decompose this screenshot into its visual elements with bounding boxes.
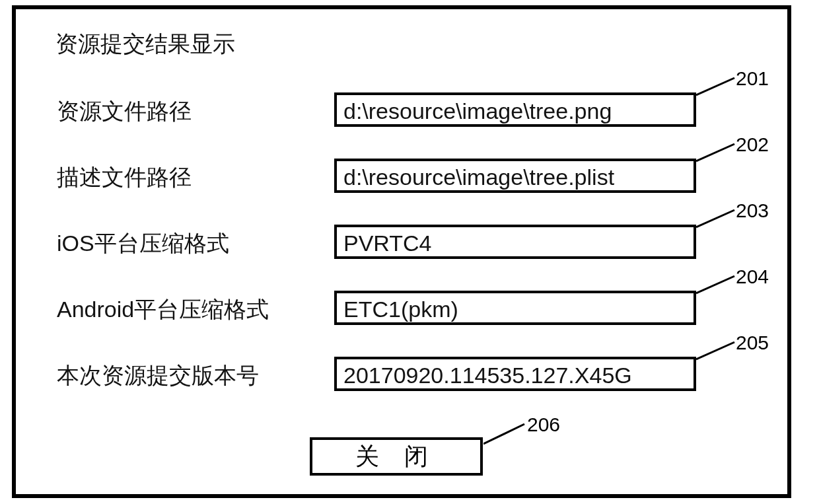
field-android-format: ETC1(pkm) xyxy=(334,291,696,325)
label-version: 本次资源提交版本号 xyxy=(57,361,259,391)
callout-number: 203 xyxy=(736,199,769,222)
svg-line-3 xyxy=(696,276,734,293)
field-ios-format: PVRTC4 xyxy=(334,225,696,259)
svg-line-4 xyxy=(696,342,734,359)
panel-title: 资源提交结果显示 xyxy=(55,29,235,59)
label-android-format: Android平台压缩格式 xyxy=(57,295,269,325)
svg-line-5 xyxy=(483,424,524,444)
callout-number: 204 xyxy=(736,266,769,288)
svg-line-1 xyxy=(696,144,734,161)
callout-number: 206 xyxy=(527,414,560,436)
close-button[interactable]: 关 闭 xyxy=(310,437,483,476)
callout-number: 201 xyxy=(736,67,769,90)
callout-number: 205 xyxy=(736,332,769,354)
label-desc-path: 描述文件路径 xyxy=(57,162,192,193)
label-ios-format: iOS平台压缩格式 xyxy=(57,229,229,259)
svg-line-2 xyxy=(696,210,734,227)
svg-line-0 xyxy=(696,78,734,95)
callout-206: 206 xyxy=(483,420,536,449)
label-resource-path: 资源文件路径 xyxy=(57,96,192,127)
field-version: 20170920.114535.127.X45G xyxy=(334,357,696,391)
field-desc-path: d:\resource\image\tree.plist xyxy=(334,159,696,193)
field-resource-path: d:\resource\image\tree.png xyxy=(334,92,696,127)
result-panel: 资源提交结果显示 资源文件路径 d:\resource\image\tree.p… xyxy=(12,5,791,498)
callout-number: 202 xyxy=(736,133,769,156)
